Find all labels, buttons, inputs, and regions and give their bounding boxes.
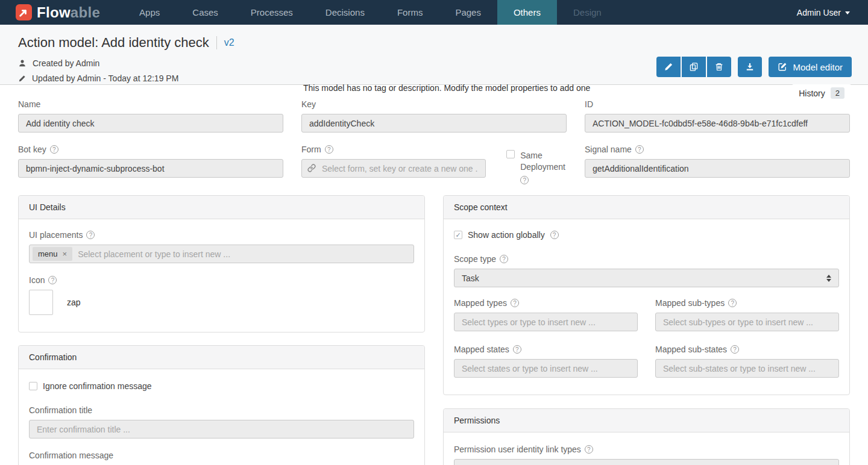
user-menu[interactable]: Admin User [797, 8, 850, 17]
icon-group: Icon zap [29, 275, 414, 315]
form-field-group: Form [301, 145, 486, 178]
help-icon[interactable] [550, 231, 559, 239]
confirmation-panel-title: Confirmation [19, 346, 424, 369]
permission-identity-group: Permission user identity link types [454, 445, 839, 465]
mapped-sub-types-group: Mapped sub-types [655, 298, 839, 331]
mapped-sub-states-input[interactable] [655, 359, 839, 378]
placement-chip-label: menu [38, 249, 58, 258]
model-toolbar: Model editor [656, 57, 852, 77]
select-arrows-icon [826, 275, 831, 282]
mapped-states-label: Mapped states [454, 345, 509, 354]
ui-details-panel-title: UI Details [19, 196, 424, 219]
chevron-down-icon [845, 11, 850, 14]
confirmation-title-label: Confirmation title [29, 405, 414, 415]
bot-key-input[interactable] [18, 159, 283, 178]
remove-chip-icon[interactable] [63, 250, 68, 258]
nav-item-processes[interactable]: Processes [234, 0, 309, 25]
help-icon[interactable] [86, 231, 95, 239]
icon-preview-box[interactable] [29, 290, 53, 315]
history-count-badge: 2 [831, 87, 844, 99]
ui-placements-placeholder: Select placement or type to insert new .… [78, 249, 230, 259]
permissions-panel: Permissions Permission user identity lin… [443, 408, 850, 465]
history-button[interactable]: History 2 [791, 84, 852, 102]
top-navbar: Flowable Apps Cases Processes Decisions … [0, 0, 868, 25]
model-detail-form: Name Key ID Bot key Form [0, 85, 868, 465]
trash-icon [714, 62, 724, 72]
name-input[interactable] [18, 114, 283, 133]
help-icon[interactable] [635, 145, 644, 154]
ignore-confirmation-checkbox[interactable] [29, 382, 37, 390]
permission-identity-label: Permission user identity link types [454, 445, 581, 454]
same-deployment-label: Same Deployment [520, 150, 567, 173]
permission-identity-input[interactable] [454, 459, 839, 465]
edit-button[interactable] [656, 57, 681, 77]
main-nav: Apps Cases Processes Decisions Forms Pag… [123, 0, 618, 25]
nav-item-forms[interactable]: Forms [381, 0, 439, 25]
help-icon[interactable] [511, 299, 519, 307]
flowable-logo[interactable]: Flowable [0, 0, 123, 25]
model-editor-button[interactable]: Model editor [769, 57, 852, 77]
delete-button[interactable] [707, 57, 731, 77]
nav-item-others[interactable]: Others [497, 0, 557, 25]
icon-label: Icon [29, 275, 45, 285]
ui-placements-tag-input[interactable]: menu Select placement or type to insert … [29, 245, 414, 263]
confirmation-message-label: Confirmation message [29, 451, 414, 460]
page-header: Action model: Add identity check v2 Crea… [0, 25, 868, 85]
id-input[interactable] [585, 114, 850, 133]
nav-item-pages[interactable]: Pages [439, 0, 497, 25]
version-badge[interactable]: v2 [216, 36, 234, 49]
confirmation-title-group: Confirmation title [29, 405, 414, 438]
signal-name-field-group: Signal name [585, 145, 850, 184]
ui-placements-label: UI placements [29, 230, 83, 240]
help-icon[interactable] [520, 176, 529, 184]
mapped-sub-types-input[interactable] [655, 313, 839, 331]
ignore-confirmation-label: Ignore confirmation message [43, 381, 152, 391]
duplicate-button[interactable] [682, 57, 706, 77]
id-field-group: ID [585, 99, 850, 133]
nav-item-design[interactable]: Design [557, 0, 618, 25]
ui-placements-group: UI placements menu Select placement or t… [29, 230, 414, 263]
user-menu-label: Admin User [797, 8, 841, 17]
help-icon[interactable] [513, 345, 521, 354]
mapped-sub-types-label: Mapped sub-types [655, 298, 725, 308]
placement-chip-menu: menu [33, 247, 72, 261]
key-input[interactable] [301, 114, 567, 133]
name-label: Name [18, 99, 283, 109]
created-by-text: Created by Admin [33, 58, 99, 68]
icon-value: zap [67, 298, 81, 307]
ignore-confirmation-group: Ignore confirmation message [29, 381, 414, 391]
download-button[interactable] [738, 57, 762, 77]
help-icon[interactable] [585, 445, 593, 454]
confirmation-title-input[interactable] [29, 420, 414, 438]
form-select-input[interactable] [301, 159, 486, 178]
history-label: History [799, 89, 825, 98]
same-deployment-checkbox[interactable] [506, 150, 515, 158]
link-icon [307, 164, 316, 174]
name-field-group: Name [18, 99, 283, 133]
help-icon[interactable] [500, 255, 508, 263]
scope-type-select[interactable]: Task [454, 269, 839, 287]
nav-item-cases[interactable]: Cases [176, 0, 234, 25]
signal-name-input[interactable] [585, 159, 850, 178]
help-icon[interactable] [728, 299, 737, 307]
show-globally-label: Show action globally [468, 230, 545, 240]
confirmation-panel: Confirmation Ignore confirmation message… [18, 345, 425, 465]
show-globally-checkbox[interactable] [454, 231, 462, 239]
mapped-states-group: Mapped states [454, 345, 638, 378]
mapped-types-group: Mapped types [454, 298, 638, 331]
permissions-panel-title: Permissions [444, 409, 849, 432]
help-icon[interactable] [731, 345, 739, 354]
nav-item-decisions[interactable]: Decisions [309, 0, 381, 25]
pencil-icon [18, 75, 26, 83]
download-icon [745, 62, 755, 72]
mapped-sub-states-group: Mapped sub-states [655, 345, 839, 378]
mapped-types-input[interactable] [454, 313, 638, 331]
help-icon[interactable] [48, 276, 57, 284]
help-icon[interactable] [325, 145, 333, 154]
pencil-icon [664, 62, 673, 72]
mapped-states-input[interactable] [454, 359, 638, 378]
key-label: Key [301, 99, 567, 109]
nav-item-apps[interactable]: Apps [123, 0, 176, 25]
help-icon[interactable] [50, 145, 58, 154]
confirmation-message-group: Confirmation message [29, 451, 414, 465]
